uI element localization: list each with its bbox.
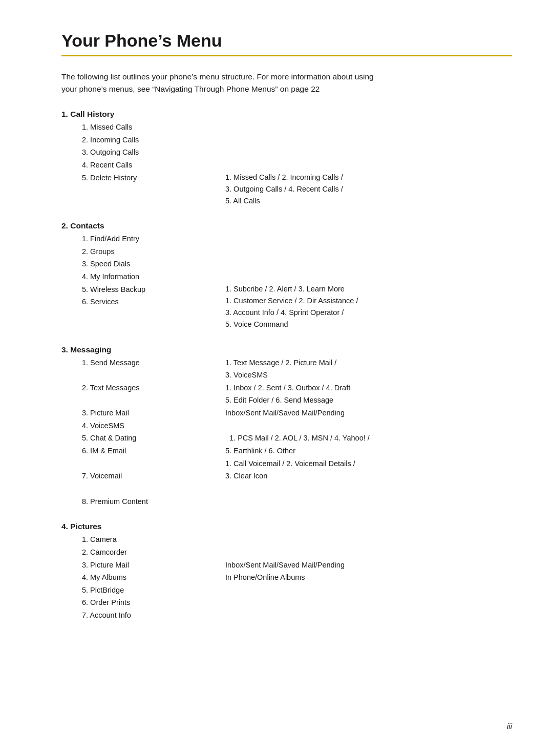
list-item: 3. Speed Dials bbox=[61, 258, 225, 270]
list-item: 5. Wireless Backup bbox=[61, 283, 225, 296]
left-col-pictures: 1. Camera 2. Camcorder 3. Picture Mail 4… bbox=[61, 533, 225, 621]
section-title-messaging: 3. Messaging bbox=[61, 345, 512, 354]
list-item: 6. Order Prints bbox=[61, 596, 225, 609]
right-col-contacts: 1. Subcribe / 2. Alert / 3. Learn More 1… bbox=[225, 233, 512, 330]
list-item: 2. Groups bbox=[61, 245, 225, 258]
list-item: 2. Text Messages bbox=[61, 382, 225, 394]
list-item: 4. Recent Calls bbox=[61, 159, 225, 172]
list-item bbox=[61, 369, 225, 382]
section-content-messaging: 1. Send Message 2. Text Messages 3. Pict… bbox=[61, 356, 512, 508]
list-item: 7. Voicemail bbox=[61, 470, 225, 482]
list-item: 4. My Information bbox=[61, 270, 225, 283]
right-text: 1. Subcribe / 2. Alert / 3. Learn More 1… bbox=[225, 283, 512, 331]
list-item bbox=[61, 482, 225, 495]
list-item: 4. VoiceSMS bbox=[61, 419, 225, 432]
list-item: 4. My Albums bbox=[61, 571, 225, 584]
list-item: 5. Chat & Dating bbox=[61, 432, 225, 445]
section-content-pictures: 1. Camera 2. Camcorder 3. Picture Mail 4… bbox=[61, 533, 512, 621]
section-messaging: 3. Messaging 1. Send Message 2. Text Mes… bbox=[61, 345, 512, 508]
section-contacts: 2. Contacts 1. Find/Add Entry 2. Groups … bbox=[61, 221, 512, 330]
list-item: 5. Delete History bbox=[61, 172, 225, 184]
page-title: Your Phone’s Menu bbox=[61, 31, 512, 51]
list-item: 6. Services bbox=[61, 296, 225, 308]
list-item: 3. Outgoing Calls bbox=[61, 146, 225, 159]
section-call-history: 1. Call History 1. Missed Calls 2. Incom… bbox=[61, 110, 512, 207]
list-item: 8. Premium Content bbox=[61, 495, 225, 508]
section-pictures: 4. Pictures 1. Camera 2. Camcorder 3. Pi… bbox=[61, 522, 512, 621]
intro-text: The following list outlines your phone’s… bbox=[61, 71, 379, 95]
list-item: 1. Camera bbox=[61, 533, 225, 546]
left-col-call-history: 1. Missed Calls 2. Incoming Calls 3. Out… bbox=[61, 121, 225, 184]
list-item: 5. PictBridge bbox=[61, 584, 225, 597]
right-col-messaging: 1. Text Message / 2. Picture Mail / 3. V… bbox=[225, 356, 512, 482]
list-item bbox=[61, 394, 225, 407]
list-item: 2. Incoming Calls bbox=[61, 134, 225, 146]
section-content-contacts: 1. Find/Add Entry 2. Groups 3. Speed Dia… bbox=[61, 233, 512, 330]
list-item: 1. Missed Calls bbox=[61, 121, 225, 134]
list-item: 3. Picture Mail bbox=[61, 407, 225, 419]
right-col-call-history: 1. Missed Calls / 2. Incoming Calls / 3.… bbox=[225, 121, 512, 207]
list-item: 2. Camcorder bbox=[61, 546, 225, 559]
list-item: 3. Picture Mail bbox=[61, 559, 225, 572]
list-item: 7. Account Info bbox=[61, 609, 225, 622]
list-item: 1. Find/Add Entry bbox=[61, 233, 225, 245]
list-item bbox=[61, 457, 225, 470]
section-title-contacts: 2. Contacts bbox=[61, 221, 512, 230]
section-title-pictures: 4. Pictures bbox=[61, 522, 512, 531]
right-col-pictures: Inbox/Sent Mail/Saved Mail/Pending In Ph… bbox=[225, 533, 512, 584]
list-item: 1. Send Message bbox=[61, 356, 225, 369]
title-underline bbox=[61, 55, 512, 56]
left-col-contacts: 1. Find/Add Entry 2. Groups 3. Speed Dia… bbox=[61, 233, 225, 308]
page-number: iii bbox=[507, 722, 512, 730]
section-title-call-history: 1. Call History bbox=[61, 110, 512, 119]
right-text: 1. Missed Calls / 2. Incoming Calls / 3.… bbox=[225, 172, 512, 207]
left-col-messaging: 1. Send Message 2. Text Messages 3. Pict… bbox=[61, 356, 225, 508]
list-item: 6. IM & Email bbox=[61, 445, 225, 457]
section-content-call-history: 1. Missed Calls 2. Incoming Calls 3. Out… bbox=[61, 121, 512, 207]
